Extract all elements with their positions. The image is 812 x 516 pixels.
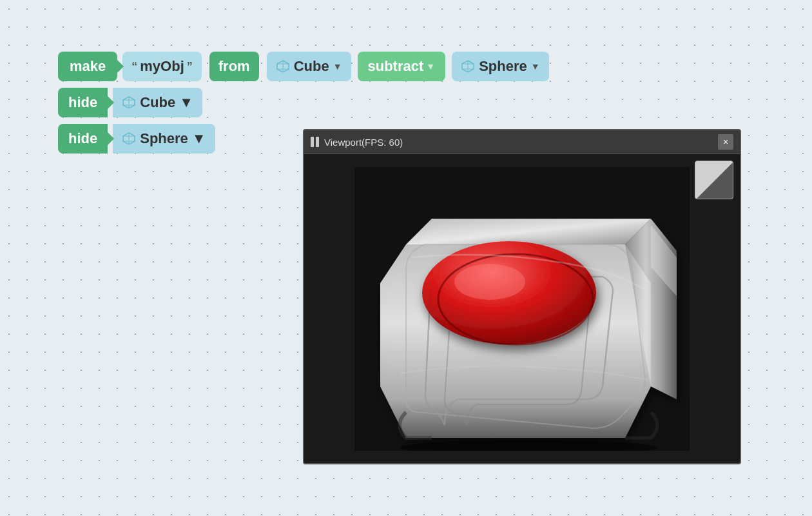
open-quote: “: [131, 60, 137, 74]
hide-cube-icon: [122, 95, 136, 110]
hide-sphere-label: hide: [68, 130, 97, 146]
make-block-row: make “ myObj ” from Cube ▼ subtract: [58, 52, 550, 81]
subtract-dropdown-arrow[interactable]: ▼: [426, 61, 435, 72]
from-keyword: from: [209, 52, 259, 81]
hide-sphere-keyword: hide: [58, 124, 108, 154]
hide-sphere-dropdown[interactable]: ▼: [192, 130, 206, 147]
viewport-title-area: Viewport(FPS: 60): [311, 137, 403, 148]
viewport-panel: Viewport(FPS: 60) ×: [303, 129, 741, 464]
subtract-op-block[interactable]: subtract ▼: [358, 52, 446, 81]
hide-cube-label: hide: [68, 94, 97, 110]
hide-cube-obj-label: Cube: [140, 94, 175, 111]
cube-icon: [276, 59, 290, 74]
variable-name-block[interactable]: “ myObj ”: [122, 52, 201, 81]
make-keyword-block: make: [58, 52, 117, 81]
svg-marker-18: [406, 219, 651, 244]
corner-toggle-button[interactable]: [695, 161, 733, 199]
hide-cube-dropdown[interactable]: ▼: [179, 94, 193, 111]
render-svg: [354, 167, 690, 451]
sphere-cube-icon: [461, 59, 475, 74]
cube-dropdown-arrow[interactable]: ▼: [333, 61, 342, 72]
hide-cube-obj-block[interactable]: Cube ▼: [113, 88, 202, 117]
sphere-label-text: Sphere: [479, 58, 527, 75]
viewport-canvas[interactable]: [304, 154, 740, 464]
hide-cube-row: hide Cube ▼: [58, 88, 550, 117]
render-area: [304, 154, 740, 464]
cube-obj-block[interactable]: Cube ▼: [267, 52, 351, 81]
make-label: make: [70, 58, 106, 75]
viewport-header: Viewport(FPS: 60) ×: [304, 130, 740, 154]
viewport-title: Viewport(FPS: 60): [324, 137, 403, 148]
hide-sphere-icon: [122, 132, 136, 146]
corner-triangle: [697, 163, 733, 199]
close-quote: ”: [187, 60, 193, 74]
pause-bar-left: [311, 137, 314, 147]
cube-label-text: Cube: [294, 58, 329, 75]
pause-bar-right: [316, 137, 319, 147]
sphere-dropdown-arrow[interactable]: ▼: [531, 61, 540, 72]
pause-icon[interactable]: [311, 137, 319, 147]
hide-sphere-obj-block[interactable]: Sphere ▼: [113, 124, 215, 154]
variable-name-text: myObj: [140, 58, 184, 75]
hide-sphere-obj-label: Sphere: [140, 130, 188, 147]
svg-point-22: [454, 264, 525, 300]
sphere-obj-block[interactable]: Sphere ▼: [452, 52, 548, 81]
subtract-label: subtract: [368, 58, 424, 75]
hide-cube-keyword: hide: [58, 88, 108, 117]
viewport-close-button[interactable]: ×: [718, 134, 733, 150]
from-label: from: [218, 58, 250, 74]
